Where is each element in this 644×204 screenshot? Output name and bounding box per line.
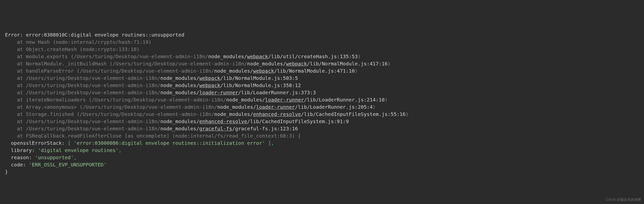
stack-path: /lib/LoaderRunner.js:214:10 [304, 97, 384, 103]
stack-path: node_modules/ [214, 68, 253, 74]
stack-path: /lib/LoaderRunner.js:205:4 [295, 104, 373, 110]
error-prefix: Error: [5, 32, 26, 38]
stack-path: /Users/turing/Desktop/vue-element-admin-… [113, 61, 247, 67]
stack-module-link[interactable]: enhanced-resolve [199, 119, 247, 124]
stack-path: /lib/CachedInputFileSystem.js:91:9 [247, 119, 348, 124]
stack-path: /lib/NormalModule.js:503:5 [220, 75, 298, 81]
stack-at: at [5, 133, 26, 139]
prop-value: 'unsupported' [35, 154, 74, 160]
stack-at: at [5, 111, 26, 117]
stack-at: at [5, 75, 26, 81]
stack-func: FSReqCallback.readFileAfterClose [as onc… [26, 133, 301, 139]
stack-path: /Users/turing/Desktop/vue-element-admin-… [80, 68, 214, 74]
stack-path: /lib/NormalModule.js:471:10 [274, 68, 355, 74]
stack-at: at [5, 46, 26, 52]
stack-close: ) [388, 61, 390, 67]
terminal-output: Error: error:0308010C:digital envelope r… [5, 31, 639, 176]
stack-at: at [5, 82, 26, 88]
stack-close: ) [373, 104, 376, 110]
stack-module-link[interactable]: webpack [199, 75, 220, 81]
prop-key: opensslErrorStack: [5, 140, 68, 146]
stack-at: at [5, 126, 26, 132]
watermark: CSDN @藏蓝色攻城狮 [606, 197, 641, 202]
stack-path: /Users/turing/Desktop/vue-element-admin-… [26, 82, 160, 88]
prop-key: library: [5, 147, 38, 153]
stack-module-link[interactable]: webpack [253, 68, 274, 74]
stack-func: Object.createHash (node:crypto:133:10) [26, 46, 140, 52]
stack-module-link[interactable]: webpack [247, 53, 268, 59]
stack-path: /Users/turing/Desktop/vue-element-admin-… [83, 104, 217, 110]
bracket: ], [265, 140, 274, 146]
stack-path: /graceful-fs.js:123:16 [232, 126, 298, 132]
error-message: error:0308010C:digital envelope routines… [26, 32, 184, 38]
stack-path: node_modules/ [226, 97, 265, 103]
stack-path: node_modules/ [247, 61, 286, 67]
stack-path: node_modules/ [160, 119, 199, 124]
stack-path: /Users/turing/Desktop/vue-element-admin-… [26, 89, 160, 95]
stack-path: node_modules/ [217, 104, 256, 110]
stack-at: at [5, 104, 26, 110]
stack-module-link[interactable]: webpack [199, 82, 220, 88]
stack-path: /lib/CachedInputFileSystem.js:55:16 [301, 111, 406, 117]
stack-at: at [5, 119, 26, 124]
stack-path: node_modules/ [160, 126, 199, 132]
stack-path: /Users/turing/Desktop/vue-element-admin-… [26, 126, 160, 132]
prop-value: 'error:03000086:digital envelope routine… [74, 140, 265, 146]
stack-at: at [5, 97, 26, 103]
stack-path: /lib/NormalModule.js:358:12 [220, 82, 301, 88]
stack-at: at [5, 68, 26, 74]
stack-path: /lib/LoaderRunner.js:373:3 [238, 89, 316, 95]
stack-at: at [5, 53, 26, 59]
close-brace: } [5, 169, 8, 175]
stack-path: /Users/turing/Desktop/vue-element-admin-… [92, 97, 226, 103]
stack-path: /Users/turing/Desktop/vue-element-admin-… [80, 111, 214, 117]
stack-close: ) [384, 97, 388, 103]
stack-func: iterateNormalLoaders ( [26, 97, 92, 103]
stack-path: /Users/turing/Desktop/vue-element-admin-… [74, 53, 208, 59]
prop-value: 'ERR_OSSL_EVP_UNSUPPORTED' [29, 162, 106, 168]
stack-path: /Users/turing/Desktop/vue-element-admin-… [26, 119, 160, 124]
stack-close: ) [406, 111, 409, 117]
comma: , [74, 154, 77, 160]
stack-module-link[interactable]: loader-runner [199, 89, 238, 95]
stack-path: /lib/NormalModule.js:417:16 [307, 61, 388, 67]
stack-path: node_modules/ [214, 111, 253, 117]
prop-value: 'digital envelope routines' [38, 147, 118, 153]
stack-func: handleParseError ( [26, 68, 80, 74]
stack-func: Array.<anonymous> ( [26, 104, 83, 110]
stack-module-link[interactable]: graceful-fs [199, 126, 232, 132]
stack-path: node_modules/ [160, 89, 199, 95]
stack-at: at [5, 61, 26, 67]
stack-trace: at new Hash (node:internal/crypto/hash:7… [5, 39, 639, 140]
prop-key: code: [5, 162, 29, 168]
stack-module-link[interactable]: webpack [286, 61, 307, 67]
stack-func: Storage.finished ( [26, 111, 80, 117]
stack-module-link[interactable]: enhanced-resolve [253, 111, 301, 117]
stack-path: node_modules/ [160, 75, 199, 81]
stack-path: /lib/util/createHash.js:135:53 [268, 53, 358, 59]
stack-module-link[interactable]: loader-runner [256, 104, 295, 110]
stack-path: node_modules/ [160, 82, 199, 88]
prop-key: reason: [5, 154, 35, 160]
bracket: [ [68, 140, 74, 146]
stack-at: at [5, 39, 26, 45]
stack-func: module.exports ( [26, 53, 74, 59]
stack-close: ) [355, 68, 358, 74]
stack-at: at [5, 89, 26, 95]
stack-module-link[interactable]: loader-runner [265, 97, 304, 103]
comma: , [119, 147, 122, 153]
stack-func: NormalModule._initBuildHash ( [26, 61, 112, 67]
stack-close: ) [358, 53, 361, 59]
stack-path: node_modules/ [208, 53, 247, 59]
stack-path: /Users/turing/Desktop/vue-element-admin-… [26, 75, 160, 81]
stack-func: new Hash (node:internal/crypto/hash:71:1… [26, 39, 152, 45]
